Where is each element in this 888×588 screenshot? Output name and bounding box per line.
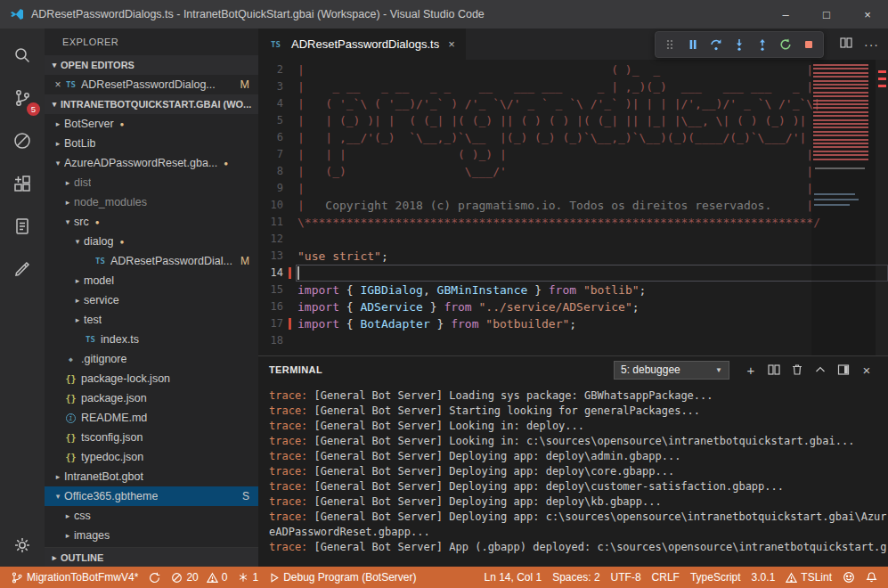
kill-terminal-icon[interactable] [786,359,808,380]
line-number[interactable]: 3 [258,78,296,95]
chevron-icon[interactable]: ▾ [52,159,64,167]
chevron-icon[interactable]: ▸ [52,139,64,148]
tab-adresetpassworddialogs[interactable]: TS ADResetPasswordDialogs.ts × [258,29,466,60]
close-panel-icon[interactable]: × [856,359,877,380]
tslint-item[interactable]: TSLint [780,571,837,584]
search-icon[interactable] [0,34,45,77]
problems-item[interactable]: 20 0 [166,567,232,588]
stop-button[interactable] [798,34,819,55]
chevron-icon[interactable]: ▸ [71,296,84,305]
line-number[interactable]: 2 [258,61,296,78]
cursor-position-item[interactable]: Ln 14, Col 1 [478,571,547,584]
ts-version-item[interactable]: 3.0.1 [746,571,781,584]
code-line-6[interactable]: 6| | ,__/'(_) `\__,_)`\__ |(_) (_) (_)`\… [258,129,888,146]
open-editors-header[interactable]: ▾ OPEN EDITORS [45,55,258,75]
extra-indicator-item[interactable]: 1 [232,567,264,588]
feedback-item[interactable] [837,571,860,584]
code-line-2[interactable]: 2| ( )_ _ | [258,61,888,78]
code-line-13[interactable]: 13"use strict"; [258,248,888,265]
split-editor-icon[interactable] [839,36,853,53]
line-number[interactable]: 11 [258,214,296,231]
tree-item-css[interactable]: ▸css [45,506,258,526]
line-number[interactable]: 14 [258,265,296,282]
terminal-output[interactable]: trace: [General Bot Server] Loading sys … [258,383,888,567]
debug-session-item[interactable]: Debug Program (BotServer) [264,567,421,588]
encoding-item[interactable]: UTF-8 [606,571,647,584]
maximize-panel-icon[interactable] [810,359,831,380]
tree-item-test[interactable]: ▸test [45,310,258,330]
extensions-icon[interactable] [0,162,45,205]
tree-item-images[interactable]: ▸images [45,526,258,545]
chevron-icon[interactable]: ▾ [71,237,84,246]
code-line-9[interactable]: 9| | [258,180,888,197]
tree-item-dialog[interactable]: ▾dialog● [45,232,258,251]
code-line-14[interactable]: 14 [258,265,888,282]
documents-icon[interactable] [0,205,45,248]
tree-item-BotLib[interactable]: ▸BotLib [45,134,258,153]
tree-item-package.json[interactable]: {}package.json [45,388,258,408]
line-number[interactable]: 17 [258,315,296,332]
code-line-16[interactable]: 16import { ADService } from "../service/… [258,298,888,315]
indentation-item[interactable]: Spaces: 2 [547,571,605,584]
settings-gear-icon[interactable] [0,524,45,567]
eol-item[interactable]: CRLF [647,571,685,584]
sync-button[interactable] [143,567,166,588]
line-number[interactable]: 6 [258,129,296,146]
outline-header[interactable]: ▸ OUTLINE [45,547,258,567]
code-line-12[interactable]: 12 [258,231,888,248]
terminal-select[interactable]: 5: debuggee ▼ [614,361,729,380]
tree-item-index.ts[interactable]: TSindex.ts [45,330,258,349]
panel-layout-icon[interactable] [833,359,854,380]
minimize-button[interactable]: – [765,0,806,29]
chevron-icon[interactable]: ▸ [71,315,84,324]
code-line-18[interactable]: 18 [258,332,888,349]
line-number[interactable]: 10 [258,197,296,214]
source-control-icon[interactable]: 5 [0,77,45,119]
code-editor[interactable]: 2| ( )_ _ |3| _ __ _ __ _ _ __ ___ ___ _… [258,60,888,355]
editor-scrollbar[interactable] [876,60,888,355]
tab-terminal[interactable]: TERMINAL [269,364,322,375]
tree-item-Office365.gbtheme[interactable]: ▾Office365.gbthemeS [45,486,258,506]
tree-item-tsconfig.json[interactable]: {}tsconfig.json [45,428,258,447]
tree-item-package-lock.json[interactable]: {}package-lock.json [45,369,258,388]
toolbar-drag-handle[interactable] [659,34,680,55]
tree-item-IntranetBot.gbot[interactable]: ▸IntranetBot.gbot [45,467,258,486]
tree-item-typedoc.json[interactable]: {}typedoc.json [45,447,258,467]
restart-button[interactable] [775,34,796,55]
code-line-7[interactable]: 7| | | ( )_) | | [258,146,888,163]
chevron-icon[interactable]: ▸ [61,531,74,540]
code-line-5[interactable]: 5| | (_) )| | ( (_| |( (_) || ( ) ( ) |(… [258,112,888,129]
line-number[interactable]: 8 [258,163,296,180]
step-over-button[interactable] [705,34,727,55]
code-line-3[interactable]: 3| _ __ _ __ _ _ __ ___ ___ _ | ,_)(_) _… [258,78,888,95]
tree-item-ADResetPasswordDial...[interactable]: TSADResetPasswordDial...M [45,251,258,271]
code-line-10[interactable]: 10| Copyright 2018 (c) pragmatismo.io. T… [258,197,888,214]
chevron-icon[interactable]: ▸ [52,119,64,128]
git-branch-item[interactable]: MigrationToBotFmwV4* [5,567,143,588]
minimap[interactable] [811,60,876,355]
line-number[interactable]: 7 [258,146,296,163]
line-number[interactable]: 15 [258,282,296,298]
code-line-8[interactable]: 8| (_) \___/' | [258,163,888,180]
edit-icon[interactable] [0,248,45,290]
tab-close-icon[interactable]: × [448,37,455,51]
split-terminal-icon[interactable] [763,359,785,380]
code-line-4[interactable]: 4| ( '_`\ ( '__)/'_` ) /'_ `\/' _ ` _ `\… [258,95,888,112]
pause-button[interactable] [682,34,704,55]
tree-item-README.md[interactable]: iREADME.md [45,408,258,428]
new-terminal-icon[interactable]: + [740,359,762,380]
close-editor-icon[interactable]: × [52,78,64,91]
tree-item-service[interactable]: ▸service [45,290,258,310]
maximize-button[interactable]: □ [806,0,847,29]
line-number[interactable]: 12 [258,231,296,248]
line-number[interactable]: 18 [258,332,296,349]
language-mode-item[interactable]: TypeScript [685,571,746,584]
chevron-icon[interactable]: ▸ [61,198,74,207]
line-number[interactable]: 13 [258,248,296,265]
step-into-button[interactable] [729,34,750,55]
chevron-icon[interactable]: ▸ [61,178,74,187]
chevron-icon[interactable]: ▾ [61,217,74,226]
chevron-icon[interactable]: ▸ [52,472,64,481]
tree-item-model[interactable]: ▸model [45,271,258,290]
code-line-11[interactable]: 11\*************************************… [258,214,888,231]
